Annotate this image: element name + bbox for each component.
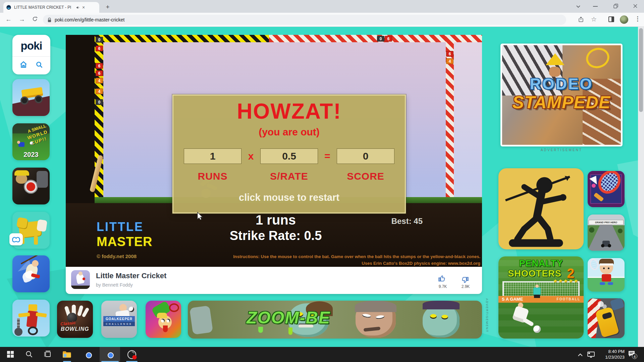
bottom-game-clown[interactable] <box>146 301 181 338</box>
right-game-grandprix[interactable]: GRAND PRIX HERO <box>588 215 625 251</box>
banner-right-text: FOOTBALL <box>557 296 580 303</box>
like-button[interactable] <box>437 274 447 284</box>
bottom-game-bowling[interactable]: Classic BOWLING <box>57 301 93 338</box>
poki-card: poki <box>12 35 50 74</box>
tray-chevron-icon[interactable] <box>578 352 583 358</box>
howzat-panel[interactable]: HOWZAT! (you are out) 1 x 0.5 = 0 RUNS S… <box>172 95 406 214</box>
goalkeeper-shorts <box>534 295 540 298</box>
lasso <box>584 45 612 71</box>
right-game-javelin[interactable] <box>498 168 584 249</box>
bowling-text-classic: Classic <box>60 320 76 327</box>
tab-strip: LITTLE MASTER CRICKET - Pl × + <box>0 0 644 13</box>
ball <box>30 141 33 145</box>
back-button[interactable]: ← <box>5 16 12 23</box>
unicycle-wheel <box>28 326 38 335</box>
reload-button[interactable] <box>32 16 38 24</box>
notification-badge: 4 <box>632 354 637 359</box>
task-view-icon[interactable] <box>44 351 52 359</box>
lion-head <box>16 217 28 229</box>
lion-hind <box>37 219 47 232</box>
taskbar-search-icon[interactable] <box>25 351 33 359</box>
scrollbar-thumb[interactable] <box>639 28 643 112</box>
sidebar-game-unicycle[interactable] <box>12 300 50 337</box>
scrollbar[interactable] <box>638 27 644 347</box>
game-thumbnail[interactable] <box>71 270 90 289</box>
score-zone: 4 <box>96 88 103 94</box>
dislike-button[interactable] <box>460 274 470 284</box>
score-zone: 4 <box>96 78 103 83</box>
tab-close-button[interactable]: × <box>82 5 85 10</box>
score-zone: 6 <box>96 46 103 51</box>
file-explorer-icon[interactable] <box>62 351 71 359</box>
batsman-head <box>78 272 83 276</box>
sidebar-game-catcher[interactable] <box>12 168 50 204</box>
instructions-line2: Uses Erin Catto's Box2D physics engine: … <box>145 261 480 266</box>
football <box>129 307 134 312</box>
tab-title: LITTLE MASTER CRICKET - Pl <box>14 5 74 10</box>
tray-clock[interactable]: 8:40 PM 1/23/2023 <box>598 349 625 360</box>
restart-hint[interactable]: click mouse to restart <box>173 192 405 203</box>
hud-best: Best: 45 <box>352 217 423 226</box>
forward-button[interactable]: → <box>19 16 25 23</box>
howzat-subtitle: (you are out) <box>173 126 405 138</box>
home-icon[interactable] <box>19 60 28 70</box>
bookmark-star-icon[interactable]: ☆ <box>591 15 597 23</box>
zombie-hair-right <box>423 301 460 309</box>
right-game-badminton[interactable] <box>588 171 625 207</box>
zombie-eye <box>441 315 448 319</box>
game-canvas[interactable]: 0 6 6 6 4 4 0 0 6 6 4 1 runs Strike Rate… <box>66 35 482 267</box>
tab-list-chevron-icon[interactable] <box>576 4 581 10</box>
new-tab-button[interactable]: + <box>103 3 112 11</box>
right-game-penalty-shooters[interactable]: PENALTY SHOOTERS 2 ★★★★★ S A GAME FOOTBA… <box>498 256 584 339</box>
url-text: poki.com/en/g/little-master-cricket <box>55 17 125 22</box>
menu-dots-icon[interactable]: ⋮ <box>635 15 641 22</box>
score-value: 0 <box>337 148 394 164</box>
car-wheel <box>608 244 611 247</box>
game-info-bar: Little Master Cricket by Bennett Foddy 9… <box>66 267 482 294</box>
shoe <box>600 282 605 285</box>
slime-drip <box>258 327 263 333</box>
eye <box>608 267 609 269</box>
notification-icon[interactable]: 4 <box>628 350 636 359</box>
search-icon[interactable] <box>35 61 43 70</box>
minimize-button[interactable] <box>593 6 598 7</box>
game-author: by Bennett Foddy <box>96 282 133 288</box>
score-label: SCORE <box>337 171 394 182</box>
screen-recorder-icon[interactable] <box>127 350 137 361</box>
car-wheel <box>601 244 604 247</box>
right-game-sportscar[interactable] <box>588 298 625 338</box>
right-game-tennis[interactable] <box>588 258 625 292</box>
tray-display-icon[interactable] <box>587 351 595 359</box>
browser-toolbar: ← → poki.com/en/g/little-master-cricket … <box>0 13 644 27</box>
share-icon[interactable] <box>578 16 584 24</box>
rodeo-stampede-ad[interactable]: RODEO STAMPEDE <box>500 44 623 146</box>
poki-logo: poki <box>12 40 50 52</box>
shoe <box>608 282 613 285</box>
chain <box>17 318 20 328</box>
zoombe-banner[interactable]: ZOOM-BE <box>188 301 482 339</box>
right-light-zone <box>454 42 482 198</box>
brand-master: MASTER <box>97 235 152 249</box>
browser-tab[interactable]: LITTLE MASTER CRICKET - Pl × <box>3 2 99 13</box>
player-head <box>17 141 20 144</box>
tab-audio-icon[interactable] <box>76 5 80 10</box>
poki-bubble-badge[interactable] <box>9 233 23 245</box>
side-panel-icon[interactable] <box>608 16 614 22</box>
clown-hair <box>157 313 167 318</box>
score-zone: 6 <box>96 70 103 76</box>
omnibox[interactable]: poki.com/en/g/little-master-cricket <box>43 15 566 25</box>
times-sign: x <box>241 148 260 164</box>
sidebar-game-archer[interactable] <box>12 255 50 292</box>
hud-runs: 1 runs <box>189 213 363 228</box>
start-button[interactable] <box>7 351 14 359</box>
wrecking-ball <box>14 328 22 336</box>
restore-button[interactable] <box>613 3 619 10</box>
score-zone: 6 <box>385 36 392 42</box>
profile-avatar[interactable] <box>620 15 628 24</box>
close-window-button[interactable] <box>633 3 638 10</box>
penalty-stars: ★★★★★ <box>542 278 579 284</box>
sidebar-game-truck[interactable] <box>12 79 50 116</box>
bottom-game-goalkeeper[interactable]: GOALKEEPER CHALLENGE <box>101 301 137 338</box>
banner-left-text: S A GAME <box>502 296 523 303</box>
sidebar-game-world-cup[interactable]: A SMALL WORLD CUP!! 2023 <box>12 123 50 160</box>
